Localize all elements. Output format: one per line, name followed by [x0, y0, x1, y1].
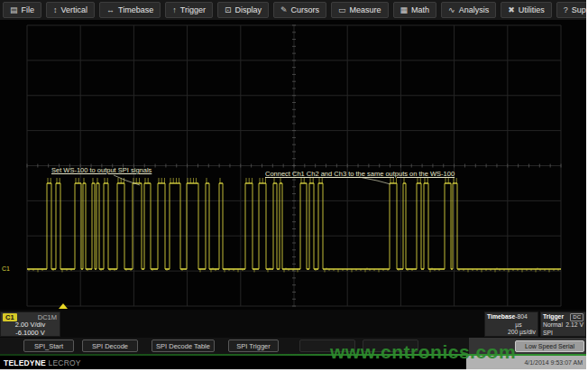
oscilloscope-window: ▤File↕Vertical↔Timebase↑Trigger⊡Display✎… — [0, 0, 586, 369]
trigger-level: 2.12 V — [565, 321, 583, 330]
waveform-display: C1 Set WS-100 to output SPI signals Conn… — [0, 20, 586, 310]
vertical-arrows-icon: ↕ — [53, 6, 58, 14]
menu-utilities[interactable]: ✖Utilities — [501, 2, 552, 18]
menu-label: Vertical — [61, 5, 88, 14]
chart-icon: ∿ — [448, 6, 455, 14]
monitor-icon: ⊡ — [225, 6, 232, 14]
trigger-type: SPI — [543, 330, 553, 338]
channel-c1-descriptor[interactable]: C1 DC1M 2.00 V/div -6.1000 V — [0, 312, 60, 337]
button-spi-decode[interactable]: SPI Decode — [82, 339, 138, 352]
waveform-svg: C1 — [0, 20, 586, 310]
menu-label: Cursors — [291, 5, 320, 14]
calculator-icon: ▦ — [400, 6, 409, 14]
annotation-connect-channels: Connect Ch1 Ch2 and Ch3 to the same outp… — [265, 170, 455, 178]
trigger-mode: Normal — [543, 321, 563, 330]
timebase-scale: 200 µs/div — [508, 329, 536, 337]
tools-icon: ✖ — [508, 6, 515, 14]
channel-offset: -6.1000 V — [1, 329, 60, 337]
teledyne-lecroy-logo: TELEDYNE LECROY — [4, 358, 81, 367]
cntronics-watermark: www.cntronics.com — [330, 341, 516, 363]
trigger-coupling-badge: DC — [570, 313, 583, 321]
trace-label-c1: C1 — [2, 265, 10, 272]
descriptor-strip: C1 DC1M 2.00 V/div -6.1000 V Timebase -8… — [0, 310, 586, 338]
menu-vertical[interactable]: ↕Vertical — [46, 2, 95, 18]
menu-measure[interactable]: ▭Measure — [331, 2, 389, 18]
menu-support[interactable]: ?Support — [556, 2, 586, 18]
menu-label: Support — [572, 5, 586, 14]
button-spi-decode-table[interactable]: SPI Decode Table — [152, 339, 215, 352]
menu-label: Utilities — [519, 5, 545, 14]
menu-label: Timebase — [118, 5, 153, 14]
menu-label: Analysis — [459, 5, 490, 14]
button-spi-trigger[interactable]: SPI Trigger — [228, 339, 279, 352]
low-speed-serial-button[interactable]: Low Speed Serial — [515, 340, 584, 352]
button-spi-start[interactable]: SPI_Start — [23, 339, 74, 352]
timebase-descriptor[interactable]: Timebase -804 µs 200 µs/div 100 kS 50 MS… — [484, 312, 538, 337]
menu-display[interactable]: ⊡Display — [217, 2, 269, 18]
trigger-arrow-icon: ↑ — [172, 6, 177, 14]
menu-cursors[interactable]: ✎Cursors — [273, 2, 326, 18]
menu-math[interactable]: ▦Math — [393, 2, 437, 18]
menu-label: Trigger — [180, 5, 206, 14]
annotation-set-ws100: Set WS-100 to output SPI signals — [51, 166, 152, 174]
menu-label: Measure — [350, 5, 381, 14]
menu-timebase[interactable]: ↔Timebase — [99, 2, 161, 18]
horizontal-arrows-icon: ↔ — [106, 6, 115, 14]
pencil-icon: ✎ — [280, 6, 288, 14]
datetime: 4/1/2014 9:53:07 AM — [524, 359, 583, 366]
menu-label: File — [22, 5, 35, 14]
menu-analysis[interactable]: ∿Analysis — [441, 2, 496, 18]
help-icon: ? — [564, 6, 568, 14]
menu-bar: ▤File↕Vertical↔Timebase↑Trigger⊡Display✎… — [0, 0, 586, 20]
timebase-label: Timebase — [487, 313, 515, 329]
trigger-descriptor[interactable]: Trigger DC Normal 2.12 V SPI — [540, 312, 586, 337]
file-icon: ▤ — [10, 6, 18, 14]
menu-label: Math — [411, 5, 429, 14]
menu-file[interactable]: ▤File — [3, 2, 41, 18]
trigger-label: Trigger — [543, 313, 564, 321]
channel-scale: 2.00 V/div — [1, 321, 60, 329]
timebase-delay: -804 µs — [515, 313, 536, 329]
ruler-icon: ▭ — [338, 6, 346, 14]
menu-label: Display — [234, 5, 262, 14]
menu-trigger[interactable]: ↑Trigger — [165, 2, 213, 18]
